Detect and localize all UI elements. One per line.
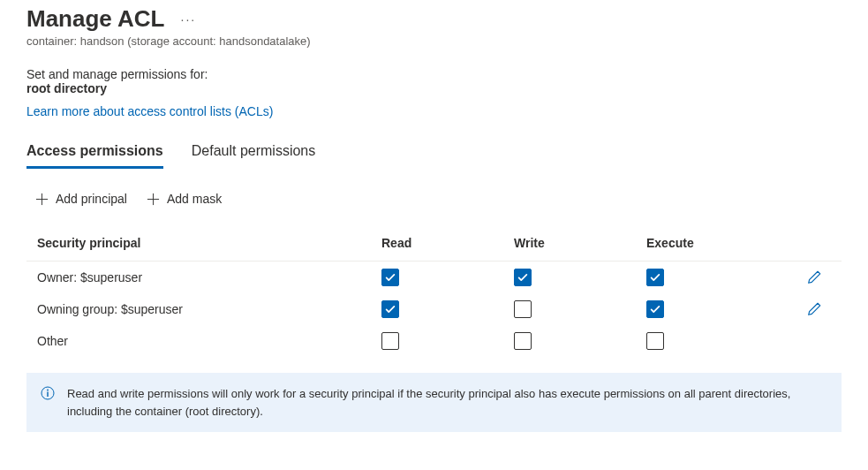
checkbox-read[interactable] <box>381 332 399 350</box>
intro-line1: Set and manage permissions for: <box>26 67 842 81</box>
col-header-principal: Security principal <box>37 236 381 250</box>
principal-name: Other <box>37 334 381 348</box>
table-row: Owner: $superuser <box>26 262 842 293</box>
info-icon <box>41 386 55 400</box>
principal-name: Owning group: $superuser <box>37 302 381 316</box>
table-row: Other <box>26 325 842 357</box>
principal-name: Owner: $superuser <box>37 270 381 284</box>
col-header-read: Read <box>381 236 514 250</box>
checkbox-write[interactable] <box>514 300 532 318</box>
checkbox-read[interactable] <box>381 300 399 318</box>
edit-icon[interactable] <box>806 269 822 285</box>
add-mask-button[interactable]: Add mask <box>145 188 223 209</box>
col-header-write: Write <box>514 236 646 250</box>
more-actions-icon[interactable]: ··· <box>181 12 197 27</box>
intro-target: root directory <box>26 81 842 95</box>
checkbox-execute[interactable] <box>646 269 664 286</box>
add-principal-button[interactable]: Add principal <box>34 188 129 209</box>
plus-icon <box>147 193 160 206</box>
page-title: Manage ACL <box>26 5 165 33</box>
learn-more-link[interactable]: Learn more about access control lists (A… <box>26 104 273 118</box>
info-text: Read and write permissions will only wor… <box>67 385 827 420</box>
checkbox-write[interactable] <box>514 269 532 286</box>
checkbox-execute[interactable] <box>646 332 664 350</box>
tabs: Access permissionsDefault permissions <box>26 143 842 169</box>
edit-icon[interactable] <box>806 301 822 317</box>
tab-access-permissions[interactable]: Access permissions <box>26 143 163 169</box>
svg-rect-2 <box>47 392 48 398</box>
tab-default-permissions[interactable]: Default permissions <box>192 143 316 169</box>
add-mask-label: Add mask <box>167 192 222 206</box>
page-subtitle: container: handson (storage account: han… <box>26 34 842 48</box>
checkbox-read[interactable] <box>381 269 399 286</box>
acl-table: Security principal Read Write Execute Ow… <box>26 231 842 357</box>
info-box: Read and write permissions will only wor… <box>26 373 842 432</box>
table-row: Owning group: $superuser <box>26 293 842 325</box>
col-header-execute: Execute <box>646 236 779 250</box>
add-principal-label: Add principal <box>56 192 127 206</box>
checkbox-execute[interactable] <box>646 300 664 318</box>
svg-point-1 <box>47 390 49 391</box>
checkbox-write[interactable] <box>514 332 532 350</box>
plus-icon <box>35 193 49 206</box>
